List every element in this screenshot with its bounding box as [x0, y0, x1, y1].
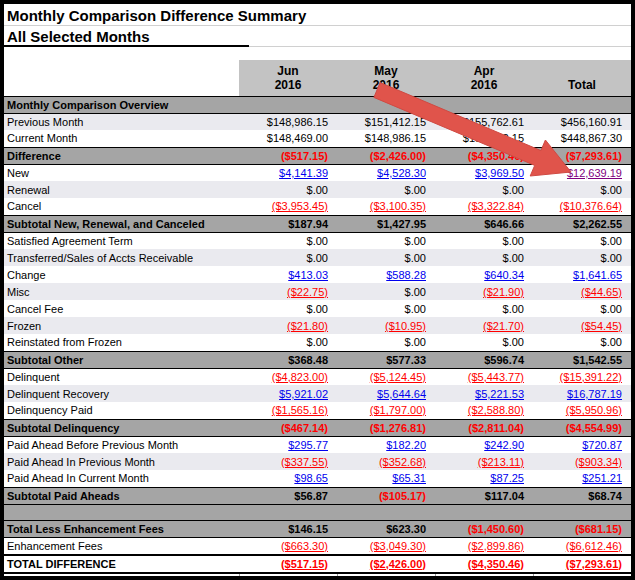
cell-value-link[interactable]: ($337.55) — [239, 453, 337, 470]
report-window: Monthly Comparison Difference Summary Al… — [0, 0, 635, 580]
cell-value-link[interactable]: ($663.30) — [239, 537, 337, 555]
row-label: Previous Month — [4, 113, 239, 130]
column-header-may: May2016 — [337, 60, 435, 96]
cell-value-link[interactable]: ($3,100.35) — [337, 198, 435, 215]
cell-value-link[interactable]: ($21.80) — [239, 317, 337, 334]
bottom-stub-row — [4, 573, 631, 578]
table-row: Delinquent Recovery$5,921.02$5,644.64$5,… — [4, 385, 631, 402]
cell-value: $.00 — [337, 283, 435, 300]
cell-value: ($681.15) — [533, 520, 631, 537]
cell-value-link[interactable]: $5,921.02 — [239, 385, 337, 402]
cell-value-link[interactable]: $4,141.39 — [239, 164, 337, 181]
section-row: Total Less Enhancement Fees$146.15$623.3… — [4, 520, 631, 537]
page-subtitle: All Selected Months — [4, 26, 249, 47]
row-label: Cancel — [4, 198, 239, 215]
stub-cell — [435, 573, 533, 578]
section-row: Subtotal Paid Aheads$56.87($105.17)$117.… — [4, 487, 631, 504]
cell-value — [435, 96, 533, 113]
cell-value-link[interactable]: ($5,443.77) — [435, 368, 533, 385]
cell-value-link[interactable]: ($21.70) — [435, 317, 533, 334]
table-row: Paid Ahead In Previous Month($337.55)($3… — [4, 453, 631, 470]
row-label: Subtotal Other — [4, 351, 239, 368]
cell-value: $148,469.00 — [239, 130, 337, 147]
cell-value-link[interactable]: $182.20 — [337, 436, 435, 453]
cell-value-link[interactable]: ($10.95) — [337, 317, 435, 334]
section-row: Subtotal New, Renewal, and Canceled$187.… — [4, 215, 631, 232]
table-row: Cancel($3,953.45)($3,100.35)($3,322.84)(… — [4, 198, 631, 215]
cell-value-link[interactable]: $242.90 — [435, 436, 533, 453]
cell-value-link[interactable]: $720.87 — [533, 436, 631, 453]
cell-value: $.00 — [239, 181, 337, 198]
table-row: Paid Ahead In Current Month$98.65$65.31$… — [4, 470, 631, 487]
cell-value-link[interactable]: ($1,797.00) — [337, 402, 435, 419]
table-row: TOTAL DIFFERENCE($517.15)($2,426.00)($4,… — [4, 555, 631, 573]
table-row: Reinstated from Frozen$.00$.00$.00$.00 — [4, 334, 631, 351]
row-label: Paid Ahead In Current Month — [4, 470, 239, 487]
cell-value-link[interactable]: $413.03 — [239, 266, 337, 283]
row-label: Total Less Enhancement Fees — [4, 520, 239, 537]
cell-value-link[interactable]: $295.77 — [239, 436, 337, 453]
cell-value-link[interactable]: ($21.90) — [435, 283, 533, 300]
cell-value-link[interactable]: $87.25 — [435, 470, 533, 487]
cell-value: $.00 — [435, 300, 533, 317]
cell-value-link[interactable]: $65.31 — [337, 470, 435, 487]
cell-value-link[interactable]: ($3,049.30) — [337, 537, 435, 555]
cell-value-link[interactable]: ($7,293.61) — [533, 555, 631, 573]
cell-value-link[interactable]: $3,969.50 — [435, 164, 533, 181]
report-body: Monthly Comparison OverviewPrevious Mont… — [4, 96, 631, 578]
cell-value-link[interactable]: ($5,950.96) — [533, 402, 631, 419]
cell-value-link[interactable]: ($2,899.86) — [435, 537, 533, 555]
cell-value-link[interactable]: ($6,612.46) — [533, 537, 631, 555]
row-label: Difference — [4, 147, 239, 164]
cell-value-link[interactable]: ($44.65) — [533, 283, 631, 300]
row-label: Subtotal Paid Aheads — [4, 487, 239, 504]
cell-value: $.00 — [533, 232, 631, 249]
cell-value-link[interactable]: ($22.75) — [239, 283, 337, 300]
table-row: Transferred/Sales of Accts Receivable$.0… — [4, 249, 631, 266]
cell-value-link[interactable]: $5,644.64 — [337, 385, 435, 402]
section-row: Subtotal Other$368.48$577.33$596.74$1,54… — [4, 351, 631, 368]
cell-value-link[interactable]: ($15,391.22) — [533, 368, 631, 385]
cell-value-link[interactable]: $251.21 — [533, 470, 631, 487]
cell-value-link[interactable]: ($3,322.84) — [435, 198, 533, 215]
cell-value-link[interactable]: ($352.68) — [337, 453, 435, 470]
cell-value: $.00 — [435, 181, 533, 198]
cell-value — [533, 504, 631, 520]
cell-value-link[interactable]: $4,528.30 — [337, 164, 435, 181]
table-row: Previous Month$148,986.15$151,412.15$155… — [4, 113, 631, 130]
cell-value-link[interactable]: $1,641.65 — [533, 266, 631, 283]
cell-value-link[interactable]: ($4,350.46) — [435, 555, 533, 573]
cell-value: ($1,450.60) — [435, 520, 533, 537]
section-row: Subtotal Delinquency($467.14)($1,276.81)… — [4, 419, 631, 436]
cell-value: ($105.17) — [337, 487, 435, 504]
stub-cell — [239, 573, 337, 578]
cell-value-link[interactable]: $98.65 — [239, 470, 337, 487]
cell-value-link[interactable]: ($3,953.45) — [239, 198, 337, 215]
cell-value: $.00 — [533, 181, 631, 198]
table-row: New$4,141.39$4,528.30$3,969.50$12,639.19 — [4, 164, 631, 181]
cell-value-link[interactable]: $640.34 — [435, 266, 533, 283]
row-label: Satisfied Agreement Term — [4, 232, 239, 249]
cell-value-link[interactable]: ($1,565.16) — [239, 402, 337, 419]
cell-value-link[interactable]: ($213.11) — [435, 453, 533, 470]
cell-value: ($4,554.99) — [533, 419, 631, 436]
cell-value: $1,542.55 — [533, 351, 631, 368]
cell-value-link[interactable]: ($517.15) — [239, 555, 337, 573]
cell-value: $596.74 — [435, 351, 533, 368]
stub-cell — [533, 573, 631, 578]
cell-value-link[interactable]: ($2,588.80) — [435, 402, 533, 419]
cell-value-link[interactable]: ($4,823.00) — [239, 368, 337, 385]
cell-value-link[interactable]: $5,221.53 — [435, 385, 533, 402]
cell-value-link[interactable]: ($2,426.00) — [337, 555, 435, 573]
cell-value: $.00 — [239, 232, 337, 249]
cell-value-link[interactable]: ($903.34) — [533, 453, 631, 470]
row-label: Transferred/Sales of Accts Receivable — [4, 249, 239, 266]
cell-value-link[interactable]: $16,787.19 — [533, 385, 631, 402]
cell-value-link[interactable]: $12,639.19 — [533, 164, 631, 181]
row-label: Enhancement Fees — [4, 537, 239, 555]
cell-value-link[interactable]: ($10,376.64) — [533, 198, 631, 215]
cell-value-link[interactable]: $588.28 — [337, 266, 435, 283]
cell-value-link[interactable]: ($54.45) — [533, 317, 631, 334]
cell-value-link[interactable]: ($5,124.45) — [337, 368, 435, 385]
row-label: Misc — [4, 283, 239, 300]
